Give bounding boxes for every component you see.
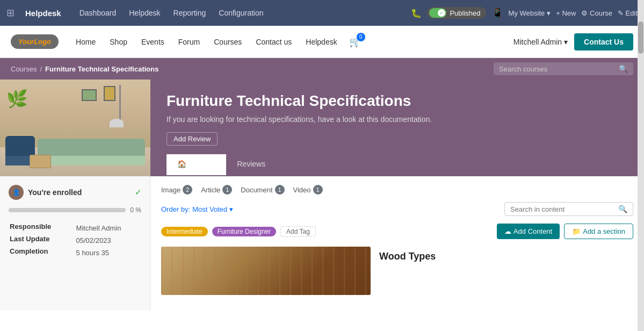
home-icon: 🏠 [177, 160, 186, 168]
website-nav-items: Home Shop Events Forum Courses Contact u… [69, 35, 513, 48]
filter-article-label: Article [201, 186, 220, 194]
breadcrumb: Courses / Furniture Technical Specificat… [11, 65, 158, 73]
filter-article[interactable]: Article 1 [201, 185, 232, 195]
info-row-completion: Completion 5 hours 35 [10, 247, 140, 258]
bug-icon[interactable]: 🐛 [411, 8, 422, 18]
breadcrumb-current: Furniture Technical Specifications [45, 65, 158, 73]
chevron-down-icon-2: ▾ [564, 38, 568, 46]
grid-icon[interactable]: ⊞ [6, 7, 15, 19]
published-toggle[interactable]: ✓ [429, 8, 446, 18]
progress-pct: 0 % [130, 206, 141, 214]
edit-btn[interactable]: ✎ Edit [618, 9, 638, 17]
check-icon: ✓ [135, 188, 141, 197]
search-courses-box[interactable]: 🔍 [494, 62, 633, 75]
filter-video-count: 1 [313, 185, 323, 195]
hero-section: 🌿 Furniture Technical Specifications If … [0, 80, 644, 176]
responsible-value: Mitchell Admin [76, 222, 140, 234]
progress-bar-bg [9, 208, 126, 212]
search-content-icon: 🔍 [618, 205, 627, 213]
cart-icon[interactable]: 🛒 0 [349, 36, 361, 48]
filter-video-label: Video [293, 186, 311, 194]
published-label: Published [450, 9, 480, 17]
course-card: Wood Types [161, 247, 633, 295]
add-review-button[interactable]: Add Review [167, 132, 218, 146]
content-filters: Image 2 Article 1 Document 1 Video 1 [161, 185, 633, 195]
order-by: Order by: Most Voted ▾ [161, 205, 233, 213]
logo[interactable]: YourLogo [11, 34, 59, 49]
search-content-input[interactable] [510, 205, 615, 213]
nav-home[interactable]: Home [69, 35, 102, 48]
scrollbar-thumb[interactable] [638, 21, 643, 54]
last-update-key: Last Update [10, 235, 75, 246]
hero-content: Furniture Technical Specifications If yo… [150, 80, 644, 176]
mitchell-admin-btn[interactable]: Mitchell Admin ▾ [513, 38, 568, 46]
search-content-box[interactable]: 🔍 [504, 202, 633, 216]
nav-helpdesk[interactable]: Helpdesk [299, 35, 343, 48]
admin-bar: ⊞ Helpdesk Dashboard Helpdesk Reporting … [0, 0, 644, 26]
tab-course-label: Course [190, 160, 215, 168]
tab-reviews-label: Reviews [237, 160, 265, 168]
toggle-dot: ✓ [438, 9, 445, 17]
website-nav: YourLogo Home Shop Events Forum Courses … [0, 26, 644, 58]
admin-nav-reporting[interactable]: Reporting [168, 6, 212, 19]
info-row-last-update: Last Update 05/02/2023 [10, 235, 140, 246]
info-row-responsible: Responsible Mitchell Admin [10, 222, 140, 234]
my-website-label: My Website [509, 9, 545, 17]
filter-image[interactable]: Image 2 [161, 185, 192, 195]
wood-types-title: Wood Types [379, 251, 436, 262]
cart-badge: 0 [357, 33, 365, 41]
hero-subtitle: If you are looking for technical specifi… [167, 115, 628, 124]
admin-nav-configuration[interactable]: Configuration [213, 6, 269, 19]
tag-furniture-designer[interactable]: Furniture Designer [212, 227, 276, 236]
last-update-value: 05/02/2023 [76, 235, 140, 246]
responsible-key: Responsible [10, 222, 75, 234]
tag-intermediate[interactable]: Intermediate [161, 227, 208, 236]
add-section-label: Add a section [583, 227, 625, 235]
enrolled-avatar: 👤 [9, 185, 24, 200]
add-content-label: Add Content [513, 227, 552, 235]
contact-us-button[interactable]: Contact Us [574, 33, 633, 51]
nav-events[interactable]: Events [135, 35, 171, 48]
enrolled-row: 👤 You're enrolled ✓ [9, 185, 141, 200]
admin-nav: Dashboard Helpdesk Reporting Configurati… [74, 6, 269, 19]
filter-article-count: 1 [222, 185, 232, 195]
filter-video[interactable]: Video 1 [293, 185, 323, 195]
filter-image-label: Image [161, 186, 180, 194]
main-layout: 👤 You're enrolled ✓ 0 % Responsible Mitc… [0, 176, 644, 311]
hero-image: 🌿 [0, 80, 150, 176]
chevron-icon: ▾ [229, 205, 233, 213]
course-label: ⚙ Course [581, 9, 612, 17]
published-badge[interactable]: ✓ Published [427, 7, 486, 19]
add-content-button[interactable]: ☁ Add Content [497, 224, 560, 239]
tab-course[interactable]: 🏠 Course [167, 154, 226, 175]
admin-nav-dashboard[interactable]: Dashboard [74, 6, 122, 19]
breadcrumb-separator: / [40, 65, 42, 73]
breadcrumb-bar: Courses / Furniture Technical Specificat… [0, 58, 644, 80]
order-by-label: Order by: [161, 205, 190, 213]
nav-right: Mitchell Admin ▾ Contact Us [513, 33, 633, 51]
breadcrumb-courses[interactable]: Courses [11, 65, 37, 73]
admin-bar-right: 🐛 ✓ Published 📱 My Website ▾ + New ⚙ Cou… [411, 7, 638, 19]
search-courses-input[interactable] [499, 65, 616, 73]
new-btn[interactable]: + New [556, 9, 576, 17]
add-tag-button[interactable]: Add Tag [280, 226, 316, 237]
folder-icon: 📁 [572, 227, 581, 235]
edit-label: ✎ Edit [618, 9, 638, 17]
nav-contact-us[interactable]: Contact us [249, 35, 298, 48]
nav-courses[interactable]: Courses [207, 35, 248, 48]
mobile-icon[interactable]: 📱 [491, 7, 503, 19]
nav-forum[interactable]: Forum [172, 35, 206, 48]
hero-title: Furniture Technical Specifications [167, 92, 628, 110]
filter-document-count: 1 [275, 185, 285, 195]
course-btn[interactable]: ⚙ Course [581, 9, 612, 17]
add-section-button[interactable]: 📁 Add a section [564, 224, 633, 239]
app-name[interactable]: Helpdesk [25, 9, 61, 18]
admin-nav-helpdesk[interactable]: Helpdesk [124, 6, 165, 19]
filter-document[interactable]: Document 1 [241, 185, 284, 195]
my-website-btn[interactable]: My Website ▾ [509, 9, 551, 17]
scrollbar[interactable] [638, 0, 644, 311]
tab-reviews[interactable]: Reviews [226, 154, 276, 175]
tags-row: Intermediate Furniture Designer Add Tag … [161, 224, 633, 239]
nav-shop[interactable]: Shop [103, 35, 134, 48]
order-by-value[interactable]: Most Voted ▾ [192, 205, 233, 213]
